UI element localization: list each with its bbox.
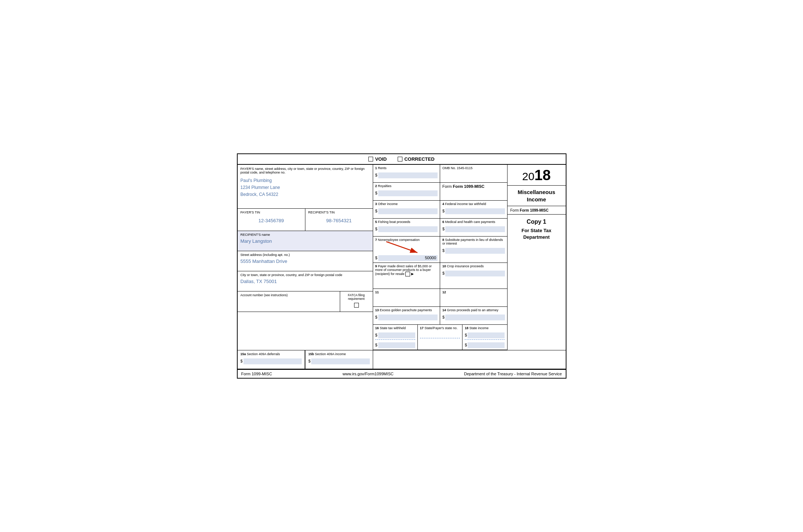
box13-cell: 13 Excess golden parachute payments $ [373, 307, 440, 324]
year-display: 2018 [510, 168, 563, 182]
fatca-cell: FATCA filing requirement [340, 291, 373, 312]
box16-dollar-row-1: $ [375, 331, 415, 338]
box14-cell: 14 Gross proceeds paid to an attorney $ [440, 307, 507, 324]
form-name-text: Form Form 1099-MISC [442, 184, 505, 189]
box15a-input[interactable] [243, 358, 302, 364]
left-section: PAYER'S name, street address, city or to… [238, 165, 373, 350]
corrected-label: CORRECTED [404, 156, 434, 162]
box2-input[interactable] [378, 190, 438, 196]
box11-cell: 11 [373, 289, 440, 306]
box15a-cell: 15a Section 409A deferrals $ [238, 350, 305, 369]
box16-dollar-row-2: $ [375, 341, 415, 348]
box7-dollar-row: $ 50000 [375, 254, 438, 261]
form-footer: Form 1099-MISC www.irs.gov/Form1099MISC … [238, 369, 566, 378]
box10-label: 10 Crop insurance proceeds [442, 264, 505, 268]
box3-cell: 3 Other income $ [373, 201, 440, 218]
payer-name-text: Paul's Plumbing [241, 177, 370, 184]
box18-cell: 18 State income $ $ [462, 325, 507, 350]
recipient-tin-label: RECIPIENT'S TIN [308, 211, 370, 214]
box18-input-1[interactable] [468, 332, 505, 338]
year-area: 2018 [508, 165, 566, 186]
payer-city-state-text: Bedrock, CA 54322 [241, 191, 370, 198]
right-section: 2018 Miscellaneous Income Form Form 1099… [507, 165, 566, 350]
box10-input[interactable] [445, 271, 505, 276]
box161718-row: 16 State tax withheld $ $ [373, 325, 507, 350]
box6-input[interactable] [445, 226, 505, 232]
box6-dollar-row: $ [442, 225, 505, 232]
box13-input[interactable] [378, 315, 438, 320]
box18-dollar-row-2: $ [465, 341, 505, 348]
box11-label: 11 [375, 290, 438, 294]
payer-address-text: 1234 Plummer Lane [241, 184, 370, 191]
box10-dollar-row: $ [442, 269, 505, 276]
box34-row: 3 Other income $ 4 Federal income tax wi… [373, 201, 507, 219]
box10-cell: 10 Crop insurance proceeds $ [440, 263, 507, 289]
box18-dollar-row-1: $ [465, 331, 505, 338]
box8-cell: 8 Substitute payments in lieu of dividen… [440, 237, 507, 263]
city-state-cell: City or town, state or province, country… [238, 271, 373, 291]
box15-section: 15a Section 409A deferrals $ 15b Section… [238, 350, 373, 369]
box1112-row: 11 12 [373, 289, 507, 307]
footer-website: www.irs.gov/Form1099MISC [342, 372, 393, 376]
box5-dollar-row: $ [375, 225, 438, 232]
box2-row: 2 Royalties $ Form Form 1099-MISC [373, 183, 507, 201]
recipient-name-value: Mary Langston [241, 238, 370, 244]
box2-dollar-row: $ [375, 189, 438, 196]
box8-dollar-row: $ [442, 247, 505, 254]
box18-input-2[interactable] [468, 342, 505, 348]
box7-input[interactable]: 50000 [378, 255, 438, 261]
box14-dollar-row: $ [442, 313, 505, 320]
box1-year-row: 1 Rents $ OMB No. 1545-0115 [373, 165, 507, 183]
box9-checkbox[interactable] [405, 272, 410, 276]
copy-title: Copy 1 [510, 218, 563, 226]
box16-label: 16 State tax withheld [375, 326, 415, 330]
box3-input[interactable] [378, 208, 438, 214]
box15b-dollar-row: $ [308, 357, 370, 364]
box16-cell: 16 State tax withheld $ $ [373, 325, 418, 350]
fatca-checkbox[interactable] [354, 303, 359, 308]
box16-input-1[interactable] [378, 332, 415, 338]
svg-line-1 [386, 242, 417, 253]
box3-dollar-row: $ [375, 207, 438, 214]
box15b-input[interactable] [311, 358, 369, 364]
footer-dept: Department of the Treasury - Internal Re… [464, 372, 562, 376]
box4-input[interactable] [445, 208, 505, 214]
box1-label: 1 Rents [375, 166, 438, 170]
corrected-section: CORRECTED [398, 156, 434, 162]
corrected-checkbox[interactable] [398, 157, 402, 161]
box15b-label: 15b Section 409A income [308, 352, 370, 356]
payer-info-cell: PAYER'S name, street address, city or to… [238, 165, 373, 209]
box1-input[interactable] [378, 172, 438, 178]
payer-tin-label: PAYER'S TIN [241, 211, 302, 214]
recipient-tin-value: 98-7654321 [308, 218, 370, 223]
account-cell: Account number (see instructions) [238, 291, 340, 312]
year-prefix: 20 [522, 170, 534, 182]
payer-tin-cell: PAYER'S TIN 12-3456789 [238, 209, 305, 231]
box78-row: 7 Nonemployee compensation [373, 237, 507, 263]
box15a-label: 15a Section 409A deferrals [241, 352, 302, 356]
recipient-tin-cell: RECIPIENT'S TIN 98-7654321 [305, 209, 373, 231]
box6-label: 6 Medical and health care payments [442, 220, 505, 224]
box15b-cell: 15b Section 409A income $ [305, 350, 373, 369]
payer-info-label: PAYER'S name, street address, city or to… [241, 167, 370, 174]
recipient-name-cell: RECIPIENT'S name Mary Langston [238, 231, 373, 251]
account-fatca-row: Account number (see instructions) FATCA … [238, 291, 373, 312]
arrow-container [375, 242, 438, 253]
street-address-cell: Street address (including apt. no.) 5555… [238, 251, 373, 271]
void-checkbox[interactable] [368, 157, 373, 161]
box14-input[interactable] [445, 315, 505, 320]
box5-input[interactable] [378, 226, 438, 232]
box8-label: 8 Substitute payments in lieu of dividen… [442, 238, 505, 245]
footer-form-name: Form 1099-MISC [241, 372, 272, 376]
year-suffix: 18 [534, 167, 551, 183]
account-label: Account number (see instructions) [241, 293, 337, 297]
street-address-value: 5555 Manhattan Drive [241, 258, 370, 264]
box18-label: 18 State income [465, 326, 505, 330]
box17-cell: 17 State/Payer's state no. [418, 325, 462, 350]
payer-tin-value: 12-3456789 [241, 218, 302, 223]
misc-income-area: Miscellaneous Income [508, 186, 566, 206]
box8-input[interactable] [445, 248, 505, 254]
void-section: VOID [368, 156, 387, 162]
box16-input-2[interactable] [378, 342, 415, 348]
box9-label: 9 Payer made direct sales of $5,000 or m… [375, 264, 438, 276]
